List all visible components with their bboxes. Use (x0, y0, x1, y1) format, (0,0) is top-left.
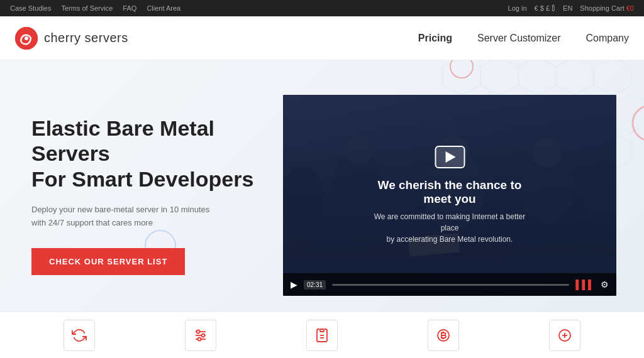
play-button-area: We cherish the chance to meet you We are… (367, 146, 533, 245)
cart-count: €0 (626, 4, 634, 12)
vc-time: 02:31 (304, 280, 326, 290)
tos-link[interactable]: Terms of Service (61, 4, 113, 12)
video-controls: ▶ 02:31 ▌▌▌ ⚙ (283, 273, 616, 296)
video-overlay: We cherish the chance to meet you We are… (283, 95, 616, 296)
video-caption-sub: We are committed to making Internet a be… (367, 211, 533, 245)
clipboard-icon-button[interactable] (306, 320, 338, 351)
header: cherry servers Pricing Server Customizer… (0, 16, 644, 60)
case-studies-link[interactable]: Case Studies (10, 4, 51, 12)
client-area-link[interactable]: Client Area (147, 4, 180, 12)
svg-point-48 (198, 337, 201, 340)
hero-subtitle: Deploy your new bare-metal server in 10 … (31, 203, 264, 230)
currency-selector[interactable]: € $ £ ₿ (535, 4, 556, 12)
play-button[interactable] (435, 146, 465, 168)
nav-company[interactable]: Company (586, 33, 629, 44)
nav-pricing[interactable]: Pricing (418, 33, 452, 44)
sliders-icon-button[interactable] (185, 320, 216, 351)
video-player[interactable]: We cherish the chance to meet you We are… (283, 95, 616, 296)
play-icon (446, 151, 456, 163)
svg-rect-49 (320, 329, 324, 332)
vc-settings-icon[interactable]: ⚙ (601, 279, 609, 290)
video-caption-title: We cherish the chance to meet you (367, 178, 533, 206)
vc-progress-bar[interactable] (332, 284, 569, 286)
topbar-links: Case Studies Terms of Service FAQ Client… (10, 4, 180, 12)
logo-text: cherry servers (44, 31, 128, 45)
hero-title: Elastic Bare Metal Servers For Smart Dev… (31, 116, 264, 192)
login-link[interactable]: Log in (508, 4, 527, 12)
cta-button[interactable]: CHECK OUR SERVER LIST (31, 248, 185, 275)
lang-selector[interactable]: EN (563, 4, 572, 12)
topbar: Case Studies Terms of Service FAQ Client… (0, 0, 644, 16)
svg-point-46 (197, 330, 200, 333)
nav-server-customizer[interactable]: Server Customizer (477, 33, 560, 44)
faq-link[interactable]: FAQ (123, 4, 136, 12)
main-nav: Pricing Server Customizer Company (418, 33, 629, 44)
bitcoin-icon (436, 328, 451, 343)
clipboard-icon (314, 328, 330, 343)
topbar-right: Log in € $ £ ₿ EN Shopping Cart €0 (508, 4, 634, 12)
plus-circle-icon (557, 328, 572, 343)
svg-point-1 (25, 36, 28, 40)
vc-play-button[interactable]: ▶ (291, 279, 297, 290)
bitcoin-icon-button[interactable] (428, 320, 459, 351)
bottom-icons-bar (0, 312, 644, 358)
refresh-icon (72, 328, 87, 343)
hero-left: Elastic Bare Metal Servers For Smart Dev… (0, 60, 264, 330)
hero-section: Elastic Bare Metal Servers For Smart Dev… (0, 60, 644, 330)
hero-right: We cherish the chance to meet you We are… (264, 60, 644, 330)
cart-link[interactable]: Shopping Cart €0 (580, 4, 634, 12)
sliders-icon (193, 328, 208, 343)
video-caption: We cherish the chance to meet you We are… (367, 178, 533, 245)
plus-circle-icon-button[interactable] (549, 320, 580, 351)
logo-icon (15, 27, 38, 50)
logo[interactable]: cherry servers (15, 27, 128, 50)
refresh-icon-button[interactable] (64, 320, 95, 351)
svg-point-47 (202, 334, 205, 337)
vc-volume-icon[interactable]: ▌▌▌ (575, 279, 594, 290)
